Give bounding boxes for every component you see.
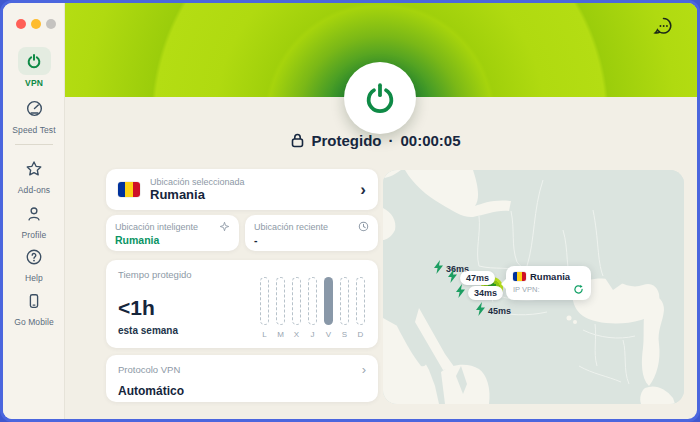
sidebar-item-go-mobile[interactable]: Go Mobile — [3, 288, 65, 327]
status-separator: · — [388, 132, 393, 149]
sparkle-icon — [219, 221, 230, 232]
sidebar-item-vpn[interactable]: VPN — [3, 47, 65, 88]
recent-location-label: Ubicación reciente — [254, 222, 328, 232]
help-icon — [18, 244, 51, 270]
selected-location-value: Rumania — [150, 187, 245, 202]
bolt-icon — [433, 260, 444, 278]
protected-time-card: Tiempo protegido <1h esta semana LMXJVSD — [106, 260, 378, 348]
romania-flag-icon — [513, 272, 526, 281]
chart-day-label: D — [358, 330, 364, 339]
chevron-right-icon: › — [360, 181, 366, 198]
protocol-value: Automático — [118, 384, 366, 398]
weekly-usage-chart: LMXJVSD — [260, 277, 365, 339]
refresh-icon[interactable] — [573, 284, 584, 295]
tooltip-country: Rumania — [530, 271, 570, 282]
sidebar-item-add-ons[interactable]: Add-ons — [3, 156, 65, 195]
ping-latency-label: 47ms — [460, 271, 495, 285]
bolt-icon — [455, 284, 466, 302]
protected-time-value: <1h — [118, 296, 155, 320]
connection-status: Protegido · 00:00:05 — [65, 132, 687, 149]
recent-location-card[interactable]: Ubicación reciente - — [245, 215, 378, 251]
phone-icon — [18, 288, 51, 314]
zoom-window-button[interactable] — [46, 19, 56, 29]
speedometer-icon — [18, 95, 51, 121]
sidebar-item-label: Add-ons — [3, 185, 65, 195]
chart-day-column: L — [260, 277, 269, 339]
status-timer: 00:00:05 — [400, 132, 460, 149]
chart-day-column: M — [276, 277, 285, 339]
sidebar-item-label: Go Mobile — [3, 317, 65, 327]
tooltip-ip-label: IP VPN: — [513, 285, 540, 294]
chart-bar — [356, 277, 365, 325]
server-ping-marker[interactable]: 45ms — [475, 302, 511, 320]
chart-day-column: V — [324, 277, 333, 339]
server-ping-marker[interactable]: 34ms — [455, 284, 503, 302]
clock-icon — [358, 221, 369, 232]
support-chat-icon[interactable] — [653, 16, 674, 37]
selected-location-card[interactable]: Ubicación seleccionada Rumania › — [106, 169, 378, 210]
chart-day-label: S — [342, 330, 347, 339]
chart-day-column: S — [340, 277, 349, 339]
chart-bar — [260, 277, 269, 325]
selected-location-label: Ubicación seleccionada — [150, 177, 245, 187]
chart-bar — [324, 277, 333, 325]
sidebar: VPNSpeed TestAdd-onsProfileHelpGo Mobile — [3, 3, 65, 419]
europe-map[interactable]: 36ms47ms34ms45ms Rumania IP VPN: — [383, 170, 684, 404]
chevron-right-icon: › — [362, 363, 366, 376]
chart-bar — [340, 277, 349, 325]
chart-bar — [276, 277, 285, 325]
chart-day-label: L — [262, 330, 266, 339]
chart-day-label: J — [311, 330, 315, 339]
lock-icon — [291, 133, 304, 148]
minimize-window-button[interactable] — [31, 19, 41, 29]
app-window: VPNSpeed TestAdd-onsProfileHelpGo Mobile… — [0, 0, 700, 422]
recent-location-value: - — [254, 234, 369, 246]
chart-day-column: J — [308, 277, 317, 339]
star-icon — [18, 156, 51, 182]
chart-day-label: M — [277, 330, 284, 339]
chart-bar — [308, 277, 317, 325]
protected-time-period: esta semana — [118, 325, 178, 336]
sidebar-item-help[interactable]: Help — [3, 244, 65, 283]
sidebar-item-label: Profile — [3, 230, 65, 240]
server-tooltip[interactable]: Rumania IP VPN: — [506, 266, 591, 300]
chart-day-label: X — [294, 330, 299, 339]
sidebar-item-profile[interactable]: Profile — [3, 201, 65, 240]
power-button[interactable] — [344, 62, 416, 134]
status-label: Protegido — [311, 132, 381, 149]
power-icon — [363, 81, 397, 115]
sidebar-item-label: Speed Test — [3, 125, 65, 135]
window-controls — [16, 19, 56, 29]
bolt-icon — [475, 302, 486, 320]
chart-day-column: D — [356, 277, 365, 339]
chart-day-label: V — [326, 330, 331, 339]
romania-flag-icon — [118, 182, 140, 197]
smart-location-value: Rumania — [115, 234, 230, 246]
sidebar-item-label: Help — [3, 273, 65, 283]
chart-bar — [292, 277, 301, 325]
sidebar-item-label: VPN — [3, 78, 65, 88]
ping-latency-label: 45ms — [488, 306, 511, 316]
close-window-button[interactable] — [16, 19, 26, 29]
power-icon — [18, 47, 51, 75]
sidebar-divider — [15, 144, 53, 145]
smart-location-label: Ubicación inteligente — [115, 222, 198, 232]
person-icon — [18, 201, 51, 227]
protocol-label: Protocolo VPN — [118, 364, 180, 375]
chart-day-column: X — [292, 277, 301, 339]
sidebar-item-speed-test[interactable]: Speed Test — [3, 95, 65, 135]
ping-latency-label: 34ms — [468, 286, 503, 300]
vpn-protocol-card[interactable]: Protocolo VPN › Automático — [106, 355, 378, 402]
smart-location-card[interactable]: Ubicación inteligente Rumania — [106, 215, 239, 251]
